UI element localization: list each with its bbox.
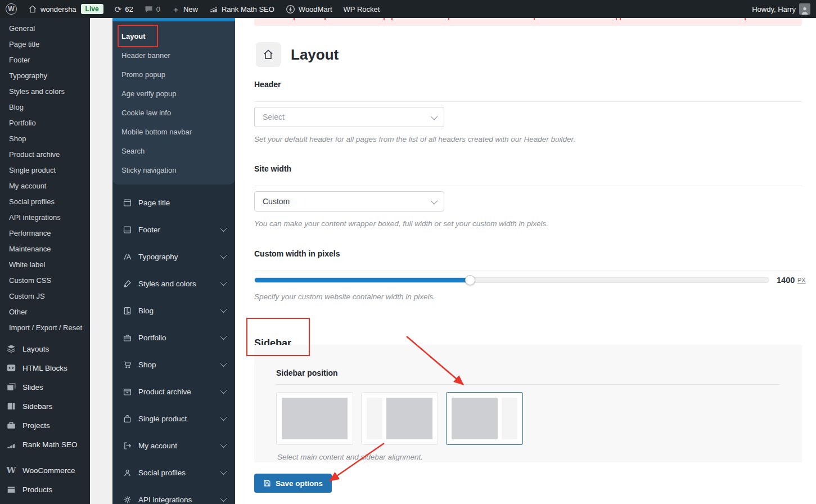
custom-width-slider[interactable] — [254, 277, 769, 283]
woodmart-rocket-icon — [286, 4, 295, 14]
nav-item-header-banner[interactable]: Header banner — [112, 46, 235, 65]
chevron-down-icon — [220, 307, 227, 313]
site-width-select[interactable]: Custom — [254, 191, 444, 212]
nav-section-label: My account — [138, 442, 177, 450]
option-layout-full-width[interactable] — [276, 392, 353, 445]
nav-section-label: Shop — [138, 361, 156, 369]
nav-section-portfolio[interactable]: Portfolio — [112, 324, 235, 351]
custom-width-value: 1400 — [777, 276, 795, 285]
nav-item-mobile-bottom-navbar[interactable]: Mobile bottom navbar — [112, 123, 235, 142]
settings-content: Layout Header Select Set your default he… — [235, 18, 816, 504]
woodmart-menu[interactable]: WoodMart — [280, 0, 338, 18]
footer-icon — [122, 224, 132, 235]
sidebar-item-typography[interactable]: Typography — [0, 68, 90, 84]
nav-section-my-account[interactable]: My account — [112, 432, 235, 459]
seo-chart-icon — [209, 4, 218, 14]
header-select-value: Select — [263, 112, 285, 122]
sidebar-item-html-blocks[interactable]: HTML Blocks — [0, 358, 90, 377]
seo-chart-icon — [6, 439, 17, 450]
chevron-down-icon — [220, 253, 227, 259]
header-select[interactable]: Select — [254, 107, 444, 127]
nav-item-cookie-law-info[interactable]: Cookie law info — [112, 104, 235, 123]
nav-section-blog[interactable]: Blog — [112, 297, 235, 324]
nav-section-styles-and-colors[interactable]: Styles and colors — [112, 270, 235, 297]
option-layout-sidebar-right[interactable] — [446, 392, 523, 445]
nav-item-age-verify-popup[interactable]: Age verify popup — [112, 84, 235, 104]
wordpress-logo-icon: W — [6, 3, 17, 15]
divider — [276, 384, 780, 385]
nav-section-product-archive[interactable]: Product archive — [112, 378, 235, 405]
woocommerce-icon: W — [6, 465, 17, 476]
updates-menu[interactable]: ⟳ 62 — [109, 0, 139, 18]
sidebar-item-footer[interactable]: Footer — [0, 52, 90, 68]
chevron-down-icon — [431, 197, 438, 204]
nav-section-label: Footer — [138, 226, 160, 234]
blog-icon — [122, 305, 132, 316]
sidebar-item-other[interactable]: Other — [0, 304, 90, 320]
code-icon — [6, 362, 17, 374]
sidebar-item-label: HTML Blocks — [22, 364, 67, 372]
sidebar-item-general[interactable]: General — [0, 21, 90, 37]
nav-section-footer[interactable]: Footer — [112, 216, 235, 243]
sidebar-item-single-product[interactable]: Single product — [0, 163, 90, 178]
sidebar-item-portfolio[interactable]: Portfolio — [0, 115, 90, 131]
sidebar-item-product-archive[interactable]: Product archive — [0, 147, 90, 163]
howdy-text: Howdy, Harry — [752, 5, 796, 14]
chevron-down-icon — [220, 361, 227, 367]
update-count: 62 — [125, 5, 133, 14]
slider-handle[interactable] — [465, 275, 475, 285]
sidebar-item-import-export-reset[interactable]: Import / Export / Reset — [0, 320, 90, 336]
rank-math-menu[interactable]: Rank Math SEO — [204, 0, 280, 18]
sidebar-item-woocommerce[interactable]: W WooCommerce — [0, 461, 90, 480]
nav-item-layout[interactable]: Layout — [112, 27, 235, 46]
nav-item-sticky-navigation[interactable]: Sticky navigation — [112, 161, 235, 180]
custom-width-unit[interactable]: PX — [797, 277, 806, 284]
live-badge: Live — [81, 4, 103, 14]
nav-section-single-product[interactable]: Single product — [112, 405, 235, 432]
nav-item-promo-popup[interactable]: Promo popup — [112, 65, 235, 84]
sidebar-item-api-integrations[interactable]: API integrations — [0, 210, 90, 226]
nav-section-social-profiles[interactable]: Social profiles — [112, 459, 235, 486]
option-layout-sidebar-left[interactable] — [361, 392, 438, 445]
nav-section-label: Product archive — [138, 388, 191, 396]
sidebar-item-sidebars[interactable]: Sidebars — [0, 397, 90, 416]
new-menu[interactable]: ＋ New — [166, 0, 204, 18]
content-block — [282, 398, 348, 439]
comments-menu[interactable]: 0 — [139, 0, 166, 18]
sidebar-item-page-title[interactable]: Page title — [0, 37, 90, 52]
sidebar-item-products[interactable]: Products — [0, 480, 90, 499]
sidebar-item-my-account[interactable]: My account — [0, 178, 90, 194]
sidebar-block — [502, 398, 517, 439]
sidebar-item-social-profiles[interactable]: Social profiles — [0, 194, 90, 210]
nav-section-typography[interactable]: Typography — [112, 243, 235, 270]
divider — [254, 186, 802, 186]
nav-section-api-integrations[interactable]: API integrations — [112, 486, 235, 504]
sidebar-item-blog[interactable]: Blog — [0, 100, 90, 115]
nav-item-search[interactable]: Search — [112, 142, 235, 161]
archive-icon — [122, 386, 132, 397]
sidebar-item-custom-css[interactable]: Custom CSS — [0, 273, 90, 289]
wp-rocket-menu[interactable]: WP Rocket — [338, 0, 386, 18]
sidebar-item-styles-and-colors[interactable]: Styles and colors — [0, 84, 90, 100]
sidebar-separator — [0, 454, 90, 461]
sidebar-item-white-label[interactable]: White label — [0, 257, 90, 273]
save-options-button[interactable]: Save options — [254, 474, 332, 493]
site-menu[interactable]: wondersha Live — [22, 0, 109, 18]
sidebar-item-maintenance[interactable]: Maintenance — [0, 241, 90, 257]
page-title-icon — [122, 197, 132, 208]
admin-background-gap — [90, 18, 112, 504]
sidebar-item-rank-math-seo[interactable]: Rank Math SEO — [0, 435, 90, 454]
howdy-menu[interactable]: Howdy, Harry — [746, 0, 810, 18]
sidebar-item-shop[interactable]: Shop — [0, 131, 90, 147]
sidebar-item-layouts[interactable]: Layouts — [0, 339, 90, 358]
comment-count: 0 — [156, 5, 160, 14]
nav-section-page-title[interactable]: Page title — [112, 189, 235, 216]
sidebar-item-performance[interactable]: Performance — [0, 226, 90, 241]
wp-logo-menu[interactable]: W — [0, 0, 22, 18]
sidebar-item-custom-js[interactable]: Custom JS — [0, 289, 90, 304]
chevron-down-icon — [220, 415, 227, 421]
sidebar-position-label: Sidebar position — [276, 368, 338, 377]
sidebar-item-projects[interactable]: Projects — [0, 416, 90, 435]
nav-section-shop[interactable]: Shop — [112, 351, 235, 378]
sidebar-item-slides[interactable]: Slides — [0, 377, 90, 397]
